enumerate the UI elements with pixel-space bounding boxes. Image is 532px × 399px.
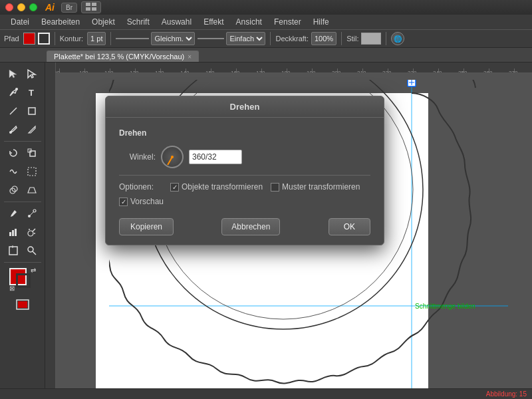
ruler-marks: 9010011012013014015016017018019020021022… xyxy=(56,63,532,72)
shape-builder-tools xyxy=(5,182,41,199)
stroke-mode-select[interactable]: Gleichm. xyxy=(151,32,195,45)
stroke-color-swatch[interactable] xyxy=(38,33,50,45)
dialog-body: Drehen Winkel: Optionen: xyxy=(106,118,384,245)
divider1 xyxy=(55,32,55,45)
objekte-checkbox[interactable]: ✓ xyxy=(170,183,179,192)
blend-tool[interactable] xyxy=(23,205,41,222)
eyedropper-tools xyxy=(5,205,41,222)
pen-tool[interactable] xyxy=(5,84,22,101)
pfad-label: Pfad xyxy=(4,35,19,43)
svg-rect-0 xyxy=(86,3,90,6)
main-area: T xyxy=(0,63,532,399)
line-tools xyxy=(5,102,41,120)
menu-schrift[interactable]: Schrift xyxy=(122,16,155,28)
menu-objekt[interactable]: Objekt xyxy=(86,16,120,28)
svg-point-8 xyxy=(9,131,12,134)
objekte-checkbox-label[interactable]: ✓ Objekte transformieren xyxy=(170,182,263,192)
muster-checkbox-label[interactable]: Muster transformieren xyxy=(271,182,360,192)
stroke-color[interactable] xyxy=(16,273,31,288)
svg-point-22 xyxy=(34,233,35,234)
menu-effekt[interactable]: Effekt xyxy=(198,16,229,28)
fill-color-swatch[interactable] xyxy=(23,33,35,45)
svg-text:T: T xyxy=(29,88,34,98)
line-style-group: Einfach xyxy=(198,32,265,45)
winkel-label: Winkel: xyxy=(119,152,156,162)
select-tool[interactable] xyxy=(5,65,22,82)
screen-mode-button[interactable] xyxy=(14,296,31,313)
graph-tool[interactable] xyxy=(5,223,22,241)
document-tab[interactable]: Plakette* bei 123,5 % (CMYK/Vorschau) × xyxy=(47,51,199,62)
kopieren-button[interactable]: Kopieren xyxy=(119,218,174,235)
menu-ansicht[interactable]: Ansicht xyxy=(231,16,267,28)
dialog-title: Drehen xyxy=(106,96,384,118)
ruler-mark: 130 xyxy=(160,68,161,72)
tab-close-button[interactable]: × xyxy=(188,53,192,61)
direct-select-tool[interactable] xyxy=(23,65,41,82)
dialog-divider1 xyxy=(119,175,370,176)
abbrechen-button[interactable]: Abbrechen xyxy=(221,218,280,235)
close-button[interactable] xyxy=(5,3,13,11)
pen-tools: T xyxy=(5,84,41,101)
svg-point-25 xyxy=(28,247,33,252)
svg-rect-2 xyxy=(86,7,90,11)
ruler-mark: 200 xyxy=(337,68,338,72)
layout-button[interactable] xyxy=(81,1,101,13)
ruler-mark: 150 xyxy=(211,68,211,72)
warp-tool[interactable] xyxy=(5,163,22,180)
swap-colors-icon[interactable]: ⇄ xyxy=(31,267,36,274)
svg-rect-19 xyxy=(15,229,17,236)
scale-tool[interactable] xyxy=(23,144,41,162)
svg-rect-28 xyxy=(18,301,27,308)
line-preview xyxy=(198,38,224,39)
ruler-mark: 190 xyxy=(312,68,313,72)
svg-rect-9 xyxy=(30,151,35,156)
warp-tools xyxy=(5,163,41,180)
pencil-tool[interactable] xyxy=(23,121,41,138)
menu-hilfe[interactable]: Hilfe xyxy=(308,16,334,28)
kontur-value[interactable]: 1 pt xyxy=(87,32,106,45)
ruler-mark: 270 xyxy=(514,68,515,72)
menu-select[interactable]: Auswahl xyxy=(156,16,197,28)
ruler-mark: 180 xyxy=(287,68,287,72)
maximize-button[interactable] xyxy=(29,3,37,11)
paintbrush-tool[interactable] xyxy=(5,121,22,138)
svg-rect-7 xyxy=(29,108,35,114)
ruler-mark: 160 xyxy=(236,68,237,72)
angle-input[interactable] xyxy=(189,150,242,164)
line-mode-select[interactable]: Einfach xyxy=(226,32,265,45)
shape-tool[interactable] xyxy=(23,102,41,120)
vorschau-checkbox[interactable]: ✓ xyxy=(119,198,128,206)
toolbar: Pfad Kontur: 1 pt Gleichm. Einfach Deckk… xyxy=(0,29,532,48)
zoom-tool[interactable] xyxy=(23,242,41,259)
menu-datei[interactable]: Datei xyxy=(5,16,35,28)
ok-button[interactable]: OK xyxy=(329,218,370,235)
symbol-sprayer-tool[interactable] xyxy=(23,223,41,241)
menu-fenster[interactable]: Fenster xyxy=(269,16,307,28)
minimize-button[interactable] xyxy=(17,3,25,11)
angle-dial[interactable] xyxy=(161,146,184,168)
svg-rect-23 xyxy=(9,247,17,255)
line-tool[interactable] xyxy=(5,102,22,120)
bridge-button[interactable]: Br xyxy=(61,3,77,13)
svg-line-16 xyxy=(30,211,34,215)
rotate-tool[interactable] xyxy=(5,144,22,162)
ruler-top: 9010011012013014015016017018019020021022… xyxy=(56,63,532,73)
free-transform-tool[interactable] xyxy=(23,163,41,180)
deckkraft-value[interactable]: 100% xyxy=(311,32,336,45)
shape-builder-tool[interactable] xyxy=(5,182,22,199)
stil-swatch[interactable] xyxy=(361,33,381,45)
svg-line-6 xyxy=(10,108,17,114)
divider4 xyxy=(341,32,342,45)
reset-colors-icon[interactable]: ⊠ xyxy=(9,285,15,292)
ruler-mark: 110 xyxy=(110,68,110,72)
muster-checkbox[interactable] xyxy=(271,183,279,192)
type-tool[interactable]: T xyxy=(23,84,41,101)
winkel-row: Winkel: xyxy=(119,146,370,168)
eyedropper-tool[interactable] xyxy=(5,205,22,222)
ruler-mark: 220 xyxy=(388,68,388,72)
perspective-tool[interactable] xyxy=(23,182,41,199)
artboard-tool[interactable] xyxy=(5,242,22,259)
ruler-mark: 120 xyxy=(135,68,136,72)
globe-icon[interactable]: 🌐 xyxy=(391,32,404,45)
menu-bearbeiten[interactable]: Bearbeiten xyxy=(36,16,85,28)
